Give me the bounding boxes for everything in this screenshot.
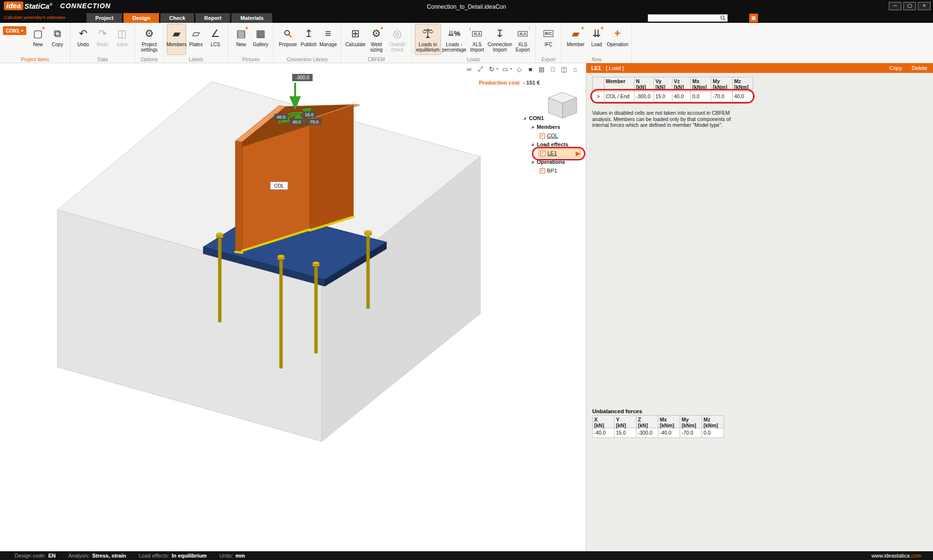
project-item-selector[interactable]: CON1▾ [3, 26, 26, 35]
member-label: COL [270, 182, 288, 190]
ribbon-tab-row: Calculate yesterday's estimates Project … [0, 13, 933, 23]
new-load-button[interactable]: ⇊+ Load [587, 24, 606, 55]
members-labels-button[interactable]: ▰ Members [167, 24, 186, 55]
weld-sizing-button[interactable]: ⚙+ Weld sizing [367, 24, 386, 55]
new-operation-button[interactable]: + Operation [606, 24, 629, 55]
tab-report[interactable]: Report [195, 13, 230, 23]
plates-labels-button[interactable]: ▱ Plates [186, 24, 206, 55]
xls-export-button[interactable]: ↑XLS XLS Export [513, 24, 532, 55]
redo-button[interactable]: ↷ Redo [93, 24, 112, 55]
loads-in-equilibrium-button[interactable]: Loads in equilibrium [415, 24, 441, 55]
connection-import-button[interactable]: ↧ Connection Import [487, 24, 513, 55]
row-expander[interactable]: > [593, 92, 604, 102]
calculate-button[interactable]: ⊞ Calculate [344, 24, 367, 55]
home-view-icon[interactable]: ⌂ [571, 66, 579, 73]
table-header-cell [593, 77, 604, 92]
search-box [648, 14, 728, 22]
rotate-view-icon[interactable]: ↻ [488, 66, 495, 73]
tree-node-load-effects[interactable]: ◢ Load effects [522, 140, 586, 149]
search-icon [720, 15, 726, 21]
production-cost: Production cost - 151 € [479, 80, 540, 86]
maximize-button[interactable]: ▢ [903, 2, 916, 10]
xls-import-button[interactable]: ↓XLS XLS Import [467, 24, 487, 55]
ifc-icon: IFC [539, 26, 558, 41]
overall-check-button[interactable]: ◎ Overall check [386, 24, 408, 55]
gallery-icon: ▦ [251, 26, 270, 41]
status-bar: Design code:EN Analysis:Stress, strain L… [0, 551, 933, 560]
iso-view-icon[interactable]: ◇ [515, 66, 523, 73]
mx-value-cell[interactable]: 0.0 [691, 92, 711, 102]
ribbon-group-connection-library: Propose ↥ Publish ≡ Manage Connection Li… [274, 23, 341, 63]
propose-button[interactable]: Propose [277, 24, 299, 55]
unb-header-my: My[kNm] [680, 416, 702, 428]
vz-value-cell[interactable]: 40.0 [672, 92, 691, 102]
tree-node-members[interactable]: ◢ Members [522, 122, 586, 131]
tree-node-operations[interactable]: ◢ Operations [522, 158, 586, 166]
checkbox-checked-icon[interactable]: ✓ [540, 151, 546, 156]
member-cell[interactable]: COL / End [604, 92, 634, 102]
copy-load-button[interactable]: Copy [890, 65, 902, 71]
tab-materials[interactable]: Materials [231, 13, 272, 23]
checkbox-checked-icon[interactable]: ✓ [540, 168, 545, 174]
table-header-mz: Mz[kNm] [733, 77, 753, 92]
vy-value-cell[interactable]: 15.0 [654, 92, 672, 102]
tree-item-le1[interactable]: ✓ LE1 [538, 149, 581, 158]
new-picture-button[interactable]: ▤+ New [231, 24, 251, 55]
mz-value-cell[interactable]: 40.0 [733, 92, 753, 102]
loads-percentage-button[interactable]: ⇊% Loads - percentage [441, 24, 467, 55]
shaded-view-icon[interactable]: ▤ [538, 66, 546, 73]
delete-load-button[interactable]: Delete [912, 65, 927, 71]
gallery-button[interactable]: ▦ Gallery [251, 24, 270, 55]
svg-text:15.0: 15.0 [305, 112, 314, 117]
viewport-3d-scene[interactable]: COL -300.0 40.0 [0, 63, 586, 551]
n-value-cell[interactable]: -300.0 [634, 92, 654, 102]
tab-check[interactable]: Check [160, 13, 194, 23]
publish-icon: ↥ [299, 26, 318, 41]
expander-icon: ◢ [522, 116, 527, 120]
load-value-label: 15.0 [302, 111, 316, 118]
new-item-icon: ▢+ [29, 26, 47, 41]
tree-node-con1[interactable]: ◢ CON1 [522, 114, 586, 122]
chevron-down-icon: ▾ [21, 29, 23, 33]
measure-icon[interactable]: ═ [465, 66, 473, 73]
dropdown-caret-icon[interactable]: ▾ [496, 67, 498, 71]
clip-view-icon[interactable]: ▭ [501, 66, 509, 73]
tree-item-bp1[interactable]: ✓ BP1 [522, 166, 586, 175]
tree-item-col[interactable]: ✓ COL [522, 131, 586, 140]
title-bar: idea StatiCa® CONNECTION Connection_to_D… [0, 0, 933, 13]
ifc-export-button[interactable]: IFC IFC [539, 24, 558, 55]
idea-logo-icon: idea [4, 1, 23, 10]
project-settings-button[interactable]: ⚙ Project settings [138, 24, 160, 55]
table-header-n: N[kN] [634, 77, 654, 92]
wireframe-view-icon[interactable]: □ [549, 66, 557, 73]
expander-icon: ◢ [530, 142, 535, 146]
manage-button[interactable]: ≡ Manage [318, 24, 338, 55]
dropdown-caret-icon[interactable]: ▾ [510, 67, 512, 71]
new-project-item-button[interactable]: ▢+ New [28, 24, 48, 55]
new-member-button[interactable]: ▰+ Member [564, 24, 587, 55]
copy-project-item-button[interactable]: ⧉ Copy [48, 24, 67, 55]
publish-button[interactable]: ↥ Publish [299, 24, 318, 55]
tab-design[interactable]: Design [123, 13, 159, 23]
save-button[interactable]: ◫ Save [112, 24, 132, 55]
search-input[interactable] [648, 15, 720, 21]
fit-view-icon[interactable]: ⤢ [476, 65, 484, 73]
solid-view-icon[interactable]: ■ [527, 66, 534, 73]
website-link[interactable]: www.ideastatica.com [871, 553, 921, 559]
close-button[interactable]: × [918, 2, 931, 10]
app-logo: idea StatiCa® CONNECTION [4, 1, 111, 10]
lcs-icon: ∠ [206, 26, 225, 41]
lcs-button[interactable]: ∠ LCS [206, 24, 225, 55]
viewport: COL -300.0 40.0 [0, 63, 586, 551]
app-launcher-icon[interactable]: ▦ [749, 14, 758, 22]
ribbon-group-new: ▰+ Member ⇊+ Load + Operation New [562, 23, 632, 63]
my-value-cell[interactable]: -70.0 [711, 92, 733, 102]
overall-check-icon: ◎ [387, 26, 408, 41]
minimize-button[interactable]: ─ [889, 2, 901, 10]
load-effects-table: Member N[kN] Vy[kN] Vz[kN] Mx[kNm] My[kN… [592, 77, 753, 102]
tab-project[interactable]: Project [87, 13, 122, 23]
section-view-icon[interactable]: ◫ [560, 66, 568, 73]
checkbox-checked-icon[interactable]: ✓ [540, 133, 545, 139]
undo-icon: ↶ [74, 26, 92, 41]
undo-button[interactable]: ↶ Undo [73, 24, 93, 55]
